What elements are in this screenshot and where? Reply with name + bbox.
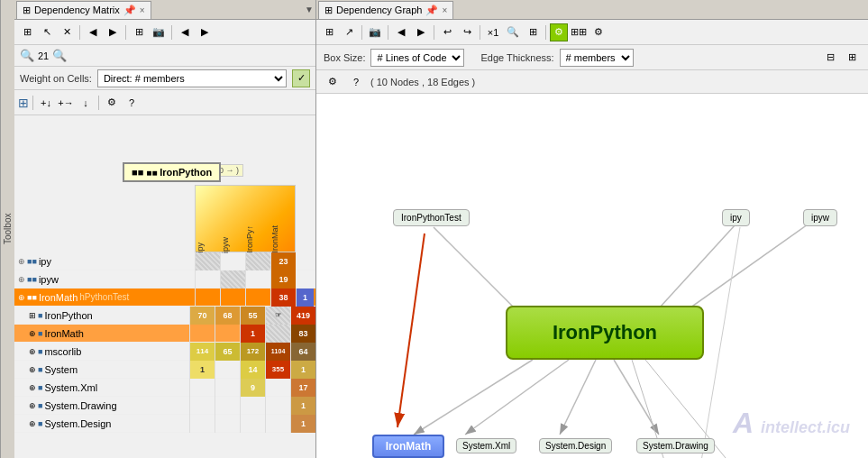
matrix-tab-pin[interactable]: 📌 <box>123 5 136 16</box>
node-systemdrawing[interactable]: System.Drawing <box>636 438 715 453</box>
toolbar-btn-nav-back[interactable]: ◀ <box>176 23 194 41</box>
row-text-system: System <box>44 364 78 375</box>
row-label-system[interactable]: ⊕ ■ System <box>14 364 189 375</box>
help-btn[interactable]: ? <box>123 94 141 112</box>
left-wrapper: Toolbox ⊞ Dependency Matrix 📌 × ▼ ⊞ ↖ ✕ … <box>0 0 316 458</box>
node-ipy[interactable]: ipy <box>722 209 750 226</box>
toolbar-btn-grid2[interactable]: ⊞ <box>130 23 148 41</box>
dependency-graph-tab[interactable]: ⊞ Dependency Graph 📌 × <box>318 1 453 19</box>
graph-extra-btn2[interactable]: ⊞ <box>843 49 861 67</box>
row-text-ironmath2: IronMath <box>44 328 83 339</box>
table-row: ⊕ ■ System 1 14 355 1 <box>14 361 315 379</box>
graph-tab-pin[interactable]: 📌 <box>425 5 438 16</box>
expander-systemxml[interactable]: ⊕ <box>29 383 36 392</box>
node-ironpython[interactable]: IronPython <box>506 306 704 360</box>
toolbar-btn-camera[interactable]: 📷 <box>150 23 168 41</box>
expander-ipy[interactable]: ⊕ <box>18 257 25 266</box>
graph-btn-grid3[interactable]: ⊞ <box>524 23 542 41</box>
cell: 38 <box>270 289 296 307</box>
graph-tab-close[interactable]: × <box>442 5 447 15</box>
expander-ironmath2[interactable]: ⊕ <box>29 329 36 338</box>
row-label-ironpython[interactable]: ⊞ ■ IronPython <box>14 310 189 321</box>
graph-extra-btn1[interactable]: ⊟ <box>821 49 839 67</box>
info-help-btn[interactable]: ? <box>347 73 365 91</box>
col-ipy: ipy <box>196 241 221 253</box>
edge-thickness-label: Edge Thickness: <box>480 52 553 63</box>
row-label-ironmath2[interactable]: ⊕ ■ IronMath <box>14 328 189 339</box>
table-row: ⊕ ■ System.Design 1 <box>14 415 315 433</box>
toolbar-btn-forward[interactable]: ▶ <box>104 23 122 41</box>
expander-systemdrawing[interactable]: ⊕ <box>29 401 36 410</box>
info-text: ( 10 Nodes , 18 Edges ) <box>370 77 475 87</box>
zoom-out-icon[interactable]: 🔍 <box>20 49 34 62</box>
toolbar-btn-back[interactable]: ◀ <box>84 23 102 41</box>
graph-btn-zoom-reset[interactable]: ×1 <box>484 23 502 41</box>
matrix-sub-toolbar: ⊞ +↓ +→ ↓ ⚙ ? <box>14 90 315 115</box>
graph-btn-camera[interactable]: 📷 <box>366 23 384 41</box>
weight-select[interactable]: Direct: # members <box>97 69 287 87</box>
expander-ironmath[interactable]: ⊕ <box>18 293 25 302</box>
node-ironmath[interactable]: IronMath <box>372 435 444 458</box>
toolbar-btn-nav-fwd[interactable]: ▶ <box>196 23 214 41</box>
toolbox-label: Toolbox <box>0 0 14 458</box>
cell <box>220 252 245 270</box>
cell: 1 <box>240 325 265 343</box>
cell <box>189 397 215 415</box>
cell: 9 <box>240 379 265 397</box>
toolbar-btn-grid[interactable]: ⊞ <box>18 23 36 41</box>
row-cells-ipyw: 19 <box>195 270 296 289</box>
cell: 1104 <box>265 343 290 361</box>
graph-btn-arrow[interactable]: ↗ <box>340 23 358 41</box>
info-row: ⚙ ? ( 10 Nodes , 18 Edges ) <box>316 70 868 94</box>
graph-btn-navback[interactable]: ◀ <box>392 23 410 41</box>
node-ironpythontest[interactable]: IronPythonTest <box>393 209 470 226</box>
nodes-count: 10 Nodes <box>377 77 419 87</box>
remove-btn[interactable]: ↓ <box>77 94 95 112</box>
node-ipyw[interactable]: ipyw <box>803 209 837 226</box>
watermark-text: intellect.icu <box>761 418 850 436</box>
graph-btn-layout2[interactable]: ⚙ <box>589 23 608 41</box>
toolbar-btn-x[interactable]: ✕ <box>58 23 76 41</box>
expander-systemdesign[interactable]: ⊕ <box>29 419 36 428</box>
g-sep1 <box>361 25 362 40</box>
cell <box>195 252 220 270</box>
row-label-systemxml[interactable]: ⊕ ■ System.Xml <box>14 382 189 393</box>
expander-ipyw[interactable]: ⊕ <box>18 275 25 284</box>
panel-collapse-btn[interactable]: ▼ <box>305 5 314 14</box>
expander-system[interactable]: ⊕ <box>29 365 36 374</box>
toolbar-btn-cursor[interactable]: ↖ <box>38 23 56 41</box>
row-label-mscorlib[interactable]: ⊕ ■ mscorlib <box>14 346 189 357</box>
node-systemxml[interactable]: System.Xml <box>456 438 516 453</box>
row-label-systemdesign[interactable]: ⊕ ■ System.Design <box>14 418 189 429</box>
row-label-ironmath-hdr[interactable]: ⊕ ■■ IronMath hPythonTest <box>14 292 195 303</box>
row-label-ipyw[interactable]: ⊕ ■■ ipyw <box>14 274 195 285</box>
weight-apply-btn[interactable]: ✓ <box>292 69 310 87</box>
graph-toolbar-row: ⊞ ↗ 📷 ◀ ▶ ↩ ↪ ×1 🔍 ⊞ ⚙ ⊞⊞ ⚙ <box>316 20 868 45</box>
graph-btn-undo[interactable]: ↩ <box>438 23 456 41</box>
matrix-header-zone: ipy ipyw IronPy↑ IronMat <box>195 185 296 252</box>
matrix-tab-close[interactable]: × <box>140 5 145 15</box>
expander-ironpython[interactable]: ⊞ <box>29 311 36 320</box>
dependency-matrix-tab[interactable]: ⊞ Dependency Matrix 📌 × <box>16 1 151 19</box>
edge-thickness-select[interactable]: # members <box>560 49 634 67</box>
row-cells-ipy: 23 <box>195 252 296 270</box>
graph-btn-layout1[interactable]: ⊞⊞ <box>570 23 588 41</box>
box-size-select[interactable]: # Lines of Code <box>370 49 464 67</box>
graph-btn-grid[interactable]: ⊞ <box>320 23 338 41</box>
graph-btn-redo[interactable]: ↪ <box>458 23 476 41</box>
graph-btn-navfwd[interactable]: ▶ <box>412 23 430 41</box>
row-icon-ipy: ■■ <box>27 257 37 266</box>
add-row-btn[interactable]: +↓ <box>37 94 55 112</box>
main-container: Toolbox ⊞ Dependency Matrix 📌 × ▼ ⊞ ↖ ✕ … <box>0 0 868 458</box>
row-icon-ironpython: ■ <box>38 311 42 320</box>
settings-btn[interactable]: ⚙ <box>103 94 121 112</box>
graph-btn-zoom-in[interactable]: 🔍 <box>504 23 522 41</box>
graph-btn-settings[interactable]: ⚙ <box>550 23 568 41</box>
node-systemdesign[interactable]: System.Design <box>539 438 612 453</box>
add-col-btn[interactable]: +→ <box>57 94 75 112</box>
info-settings-btn[interactable]: ⚙ <box>324 73 342 91</box>
row-label-ipy[interactable]: ⊕ ■■ ipy <box>14 256 195 267</box>
row-label-systemdrawing[interactable]: ⊕ ■ System.Drawing <box>14 400 189 411</box>
zoom-in-icon[interactable]: 🔍 <box>52 49 67 62</box>
expander-mscorlib[interactable]: ⊕ <box>29 347 36 356</box>
